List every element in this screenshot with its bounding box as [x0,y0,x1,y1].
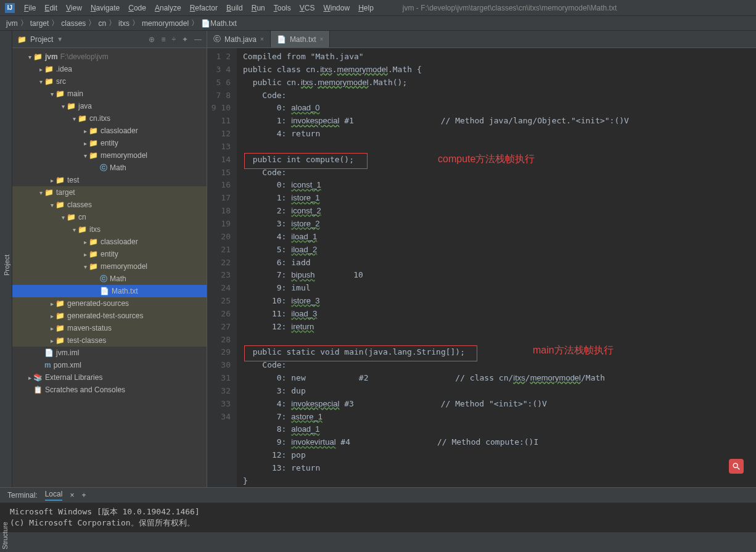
tree-arrow-icon[interactable]: ▸ [81,251,89,258]
tree-arrow-icon[interactable]: ▸ [48,325,55,332]
panel-tool-icon[interactable]: ÷ [171,35,176,44]
editor-content[interactable]: Compiled from "Math.java" public class c… [237,48,756,487]
panel-tool-icon[interactable]: — [194,35,202,44]
tree-arrow-icon[interactable]: ▸ [48,300,55,307]
tree-arrow-icon[interactable]: ▸ [81,140,89,147]
tree-arrow-icon[interactable]: ▾ [37,189,44,196]
breadcrumb-item[interactable]: memorymodel [142,19,189,28]
tree-item-memorymodel[interactable]: ▾📁memorymodel [12,149,207,162]
breadcrumb-item[interactable]: jvm [6,19,18,28]
tree-arrow-icon[interactable]: ▾ [59,214,67,221]
tree-arrow-icon[interactable]: ▸ [81,239,89,245]
annotation-box-main [244,345,477,361]
tree-icon: 📁 [89,126,98,135]
tree-item--idea[interactable]: ▸📁.idea [12,63,207,75]
panel-tool-icon[interactable]: ✦ [182,35,188,44]
tree-arrow-icon[interactable]: ▾ [48,91,55,97]
terminal-output[interactable]: Microsoft Windows [版本 10.0.19042.1466] (… [0,503,756,532]
tree-arrow-icon[interactable]: ▾ [26,54,33,60]
tree-item-external-libraries[interactable]: ▸📚External Libraries [12,371,207,384]
tree-item-math-txt[interactable]: 📄Math.txt [12,285,207,297]
terminal-add-icon[interactable]: + [81,491,86,500]
tree-item-test[interactable]: ▸📁test [12,174,207,186]
tree-item-entity[interactable]: ▸📁entity [12,137,207,149]
menu-edit[interactable]: Edit [40,2,62,14]
tree-item-itxs[interactable]: ▾📁itxs [12,223,207,236]
tree-arrow-icon[interactable]: ▸ [48,313,55,319]
tree-arrow-icon[interactable]: ▾ [70,226,78,233]
menu-vcs[interactable]: VCS [295,2,319,14]
tree-item-test-classes[interactable]: ▸📁test-classes [12,334,207,347]
menu-file[interactable]: File [20,2,40,14]
tree-icon: 📁 [55,336,65,345]
tree-item-classloader[interactable]: ▸📁classloader [12,125,207,137]
breadcrumb-item[interactable]: itxs [118,19,129,28]
tree-item-jvm-iml[interactable]: 📄jvm.iml [12,347,207,359]
menu-refactor[interactable]: Refactor [186,2,222,14]
close-icon[interactable]: × [260,36,264,43]
project-tree[interactable]: ▾📁jvmF:\develop\jvm▸📁.idea▾📁src▾📁main▾📁j… [12,48,207,487]
tree-arrow-icon[interactable]: ▸ [81,128,89,134]
tree-arrow-icon[interactable]: ▾ [59,103,67,110]
menu-window[interactable]: Window [319,2,354,14]
tree-label: entity [101,139,118,147]
tree-item-generated-sources[interactable]: ▸📁generated-sources [12,297,207,310]
breadcrumb-item[interactable]: target [30,19,49,28]
menu-help[interactable]: Help [354,2,378,14]
tree-arrow-icon[interactable]: ▸ [48,177,55,184]
terminal-close-icon[interactable]: × [70,491,74,500]
close-icon[interactable]: × [320,36,324,43]
panel-tool-icon[interactable]: ⊕ [149,35,155,44]
tree-arrow-icon[interactable]: ▸ [26,374,33,381]
menu-navigate[interactable]: Navigate [86,2,124,14]
tree-item-entity[interactable]: ▸📁entity [12,248,207,260]
project-tool-tab[interactable]: Project [2,43,12,487]
tree-item-java[interactable]: ▾📁java [12,100,207,112]
tree-arrow-icon[interactable]: ▸ [37,66,44,73]
breadcrumb-item[interactable]: cn [98,19,106,28]
tree-item-classes[interactable]: ▾📁classes [12,199,207,211]
breadcrumb-item[interactable]: Math.txt [210,19,237,28]
tree-item-main[interactable]: ▾📁main [12,88,207,100]
tree-item-src[interactable]: ▾📁src [12,75,207,88]
tree-arrow-icon[interactable]: ▾ [81,152,89,159]
tree-item-jvm[interactable]: ▾📁jvmF:\develop\jvm [12,51,207,63]
tree-arrow-icon[interactable]: ▾ [48,202,55,208]
tree-label: memorymodel [101,262,147,271]
tree-item-classloader[interactable]: ▸📁classloader [12,236,207,248]
tree-icon: 📁 [89,250,98,258]
tree-label: entity [101,250,118,258]
tree-item-memorymodel[interactable]: ▾📁memorymodel [12,260,207,273]
search-icon[interactable] [729,459,744,474]
tab-math-txt[interactable]: 📄Math.txt× [271,31,331,47]
tree-arrow-icon[interactable]: ▾ [70,115,78,122]
editor-gutter: 1 2 3 4 5 6 7 8 9 10 11 12 13 14 15 16 1… [207,48,237,487]
menu-tools[interactable]: Tools [269,2,295,14]
tree-item-math[interactable]: ⓒMath [12,273,207,285]
menu-code[interactable]: Code [124,2,150,14]
menu-build[interactable]: Build [222,2,247,14]
terminal-tab[interactable]: Local [45,490,63,501]
tree-item-generated-test-sources[interactable]: ▸📁generated-test-sources [12,310,207,322]
structure-tool-tab[interactable]: Structure [0,519,12,552]
tree-item-scratches-and-consoles[interactable]: 📋Scratches and Consoles [12,384,207,396]
menu-view[interactable]: View [62,2,86,14]
tree-arrow-icon[interactable]: ▸ [48,337,55,344]
breadcrumb-item[interactable]: classes [61,19,86,28]
panel-tool-icon[interactable]: ≡ [161,35,165,44]
tree-arrow-icon[interactable]: ▾ [37,78,44,85]
tree-item-math[interactable]: ⓒMath [12,162,207,174]
tree-arrow-icon[interactable]: ▾ [81,263,89,270]
chevron-down-icon[interactable]: ▼ [57,36,63,43]
menu-run[interactable]: Run [247,2,269,14]
tab-math-java[interactable]: ⓒMath.java× [207,31,271,47]
tree-icon: 📁 [55,299,65,308]
editor-tabs: ⓒMath.java×📄Math.txt× [207,31,756,48]
tree-item-maven-status[interactable]: ▸📁maven-status [12,322,207,334]
tree-icon: 📁 [55,200,65,209]
tree-item-cn-itxs[interactable]: ▾📁cn.itxs [12,112,207,125]
tree-item-cn[interactable]: ▾📁cn [12,211,207,223]
tree-item-pom-xml[interactable]: mpom.xml [12,359,207,371]
menu-analyze[interactable]: Analyze [150,2,186,14]
tree-item-target[interactable]: ▾📁target [12,186,207,199]
